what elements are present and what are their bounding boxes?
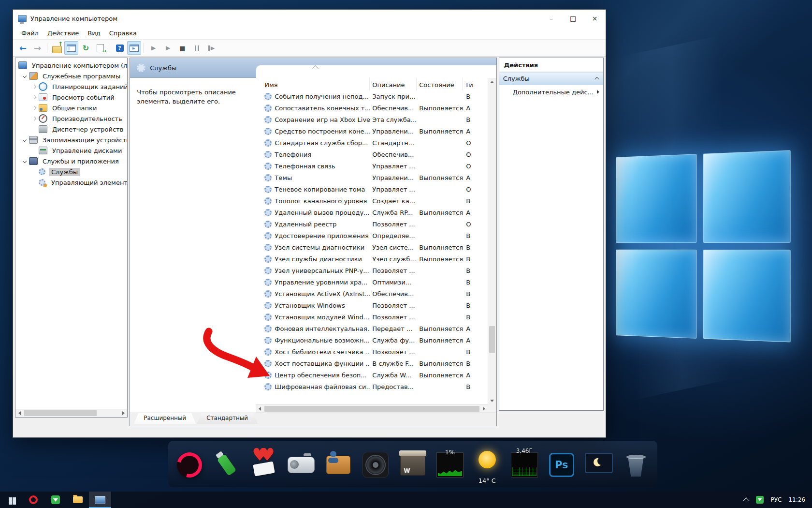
expander-icon[interactable] bbox=[30, 125, 39, 133]
service-row[interactable]: Стандартная служба сбор... Стандартн... … bbox=[256, 137, 488, 149]
expander-icon[interactable] bbox=[20, 157, 29, 165]
tree-item[interactable]: Производительность bbox=[15, 113, 127, 124]
service-row[interactable]: События получения непод... Запуск при...… bbox=[256, 90, 488, 102]
service-row[interactable]: Фоновая интеллектуальная... Передает ...… bbox=[256, 323, 488, 334]
tree-item[interactable]: Службы bbox=[15, 166, 127, 177]
service-row[interactable]: Установщик Windows Позволяет ... В bbox=[256, 299, 488, 311]
scroll-left-icon[interactable] bbox=[256, 405, 263, 413]
tree-item[interactable]: Просмотр событий bbox=[15, 92, 127, 103]
tray-expand-icon[interactable] bbox=[743, 497, 750, 504]
service-row[interactable]: Шифрованная файловая си... Предостав... … bbox=[256, 381, 488, 392]
back-icon[interactable] bbox=[16, 41, 30, 55]
show-action-pane-icon[interactable] bbox=[127, 41, 141, 55]
service-row[interactable]: Телефония Обеспечив... О bbox=[256, 149, 488, 160]
menu-item[interactable]: Справка bbox=[105, 30, 141, 37]
service-row[interactable]: Удаленный реестр Позволяет ... О bbox=[256, 218, 488, 230]
audio-speaker-dock-icon[interactable] bbox=[359, 443, 392, 487]
scrollbar-thumb[interactable] bbox=[264, 406, 479, 412]
service-row[interactable]: Темы Управлени... Выполняется А bbox=[256, 172, 488, 183]
service-row[interactable]: Центр обеспечения безоп... Служба W... В… bbox=[256, 369, 488, 381]
stop-service-icon[interactable] bbox=[175, 41, 189, 55]
scrollbar-thumb[interactable] bbox=[489, 326, 495, 353]
start-service-icon[interactable] bbox=[146, 41, 160, 55]
tree-item[interactable]: Управляющий элемент bbox=[15, 177, 127, 188]
tree-item[interactable]: Диспетчер устройств bbox=[15, 124, 127, 134]
help-icon[interactable]: ? bbox=[113, 41, 127, 55]
column-header-startup-type[interactable]: Ти bbox=[463, 78, 475, 90]
service-row[interactable]: Хост поставщика функции ... В службе F..… bbox=[256, 358, 488, 369]
restart-service-icon[interactable] bbox=[204, 41, 218, 55]
mediaget-taskbar-icon[interactable] bbox=[44, 492, 67, 508]
service-row[interactable]: Функциональные возможн... Служба фу... В… bbox=[256, 334, 488, 346]
expander-icon[interactable] bbox=[30, 93, 39, 101]
tree-item[interactable]: Служебные программы bbox=[15, 71, 127, 81]
service-row[interactable]: Узел универсальных PNP-у... Позволяет ..… bbox=[256, 265, 488, 276]
recycle-bin-dock-icon[interactable] bbox=[619, 443, 653, 487]
monitor-off-dock-icon[interactable] bbox=[582, 443, 616, 487]
service-row[interactable]: Сопоставитель конечных т... Обеспечив...… bbox=[256, 102, 488, 114]
column-header-status[interactable]: Состояние bbox=[417, 78, 463, 90]
expander-icon[interactable] bbox=[30, 104, 39, 112]
expander-icon[interactable] bbox=[30, 83, 39, 90]
menu-item[interactable]: Файл bbox=[17, 30, 43, 37]
column-header-name[interactable]: Имя bbox=[262, 78, 370, 90]
file-explorer-taskbar-icon[interactable] bbox=[67, 492, 89, 508]
actions-section-services[interactable]: Службы bbox=[499, 72, 603, 85]
scroll-left-icon[interactable] bbox=[15, 409, 23, 417]
expander-icon[interactable] bbox=[20, 136, 29, 144]
forward-icon[interactable] bbox=[30, 41, 44, 55]
service-row[interactable]: Установщик модулей Wind... Позволяет ...… bbox=[256, 311, 488, 323]
close-button[interactable]: × bbox=[584, 10, 606, 27]
minimize-button[interactable]: – bbox=[540, 10, 562, 27]
expander-icon[interactable] bbox=[30, 168, 39, 176]
start-button[interactable] bbox=[0, 492, 22, 508]
archive-box-dock-icon[interactable] bbox=[396, 443, 430, 487]
column-header-description[interactable]: Описание bbox=[370, 78, 417, 90]
usb-drive-dock-icon[interactable] bbox=[210, 443, 244, 487]
service-row[interactable]: Тополог канального уровня Создает ка... … bbox=[256, 195, 488, 207]
tree-item[interactable]: Управление дисками bbox=[15, 145, 127, 156]
expander-icon[interactable] bbox=[30, 179, 39, 186]
cpu-monitor-dock-icon[interactable]: 1% bbox=[433, 443, 467, 487]
resume-service-icon[interactable] bbox=[161, 41, 175, 55]
scroll-up-icon[interactable] bbox=[488, 78, 496, 86]
tree-item[interactable]: Планировщик заданий bbox=[15, 81, 127, 92]
scroll-right-icon[interactable] bbox=[480, 405, 488, 413]
service-row[interactable]: Установщик ActiveX (AxInst... Обеспечив.… bbox=[256, 288, 488, 299]
clock[interactable]: 11:26 bbox=[788, 496, 805, 503]
hearts-app-dock-icon[interactable] bbox=[247, 443, 281, 487]
list-vertical-scrollbar[interactable] bbox=[488, 78, 496, 404]
expander-icon[interactable] bbox=[20, 72, 29, 80]
service-row[interactable]: Хост библиотеки счетчика ... Позволяет .… bbox=[256, 346, 488, 358]
tree-item[interactable]: Управление компьютером (ло bbox=[15, 60, 127, 71]
computer-management-taskbar-icon[interactable] bbox=[89, 492, 111, 508]
service-row[interactable]: Удостоверение приложения Определяе... В bbox=[256, 230, 488, 241]
tree-item[interactable]: Запоминающие устройств bbox=[15, 134, 127, 145]
chat-box-dock-icon[interactable] bbox=[321, 443, 355, 487]
up-level-icon[interactable] bbox=[50, 41, 64, 55]
traffic-monitor-dock-icon[interactable]: 3,46Г bbox=[508, 443, 541, 487]
collapse-icon[interactable] bbox=[594, 77, 599, 82]
service-row[interactable]: Узел службы диагностики Узел служб... Вы… bbox=[256, 253, 488, 265]
service-row[interactable]: Сохранение игр на Xbox Live Эта служба..… bbox=[256, 114, 488, 125]
photoshop-dock-icon[interactable]: Ps bbox=[545, 443, 579, 487]
scroll-down-icon[interactable] bbox=[488, 397, 496, 404]
weather-dock-icon[interactable]: 14° C bbox=[470, 443, 504, 487]
list-horizontal-scrollbar[interactable] bbox=[256, 404, 488, 413]
more-actions-item[interactable]: Дополнительные дейс... bbox=[499, 85, 603, 99]
opera-taskbar-icon[interactable] bbox=[22, 492, 44, 508]
camcorder-dock-icon[interactable] bbox=[284, 443, 318, 487]
tab-standard[interactable]: Стандартный bbox=[197, 413, 258, 424]
title-bar[interactable]: Управление компьютером – □ × bbox=[13, 10, 606, 27]
opera-gx-dock-icon[interactable] bbox=[173, 443, 206, 487]
pause-service-icon[interactable] bbox=[190, 41, 204, 55]
export-list-icon[interactable] bbox=[93, 41, 107, 55]
language-indicator[interactable]: РУС bbox=[770, 496, 782, 503]
service-row[interactable]: Управление уровнями хра... Оптимизи... В bbox=[256, 276, 488, 288]
tree-horizontal-scrollbar[interactable] bbox=[15, 409, 127, 417]
tab-advanced[interactable]: Расширенный bbox=[134, 413, 196, 424]
expander-icon[interactable] bbox=[30, 147, 39, 154]
refresh-icon[interactable] bbox=[79, 41, 93, 55]
tray-mediaget-icon[interactable] bbox=[756, 496, 764, 504]
menu-item[interactable]: Вид bbox=[83, 30, 104, 37]
